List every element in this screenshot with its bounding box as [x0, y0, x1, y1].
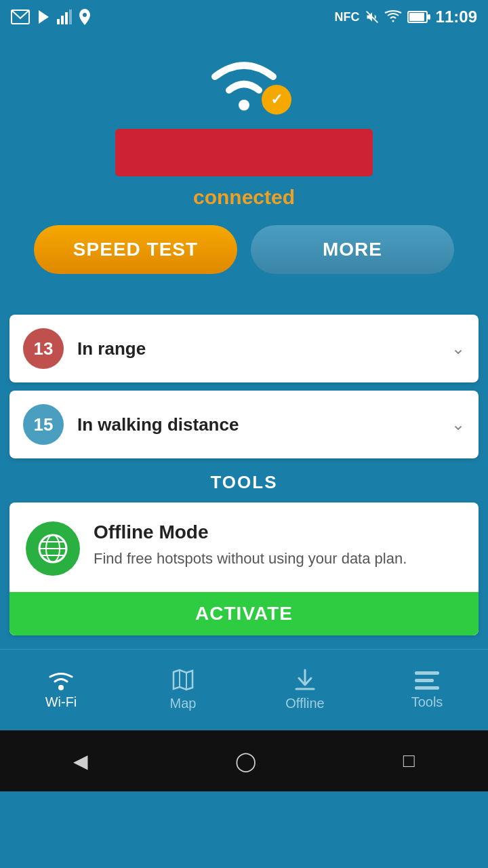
svg-rect-3 — [61, 16, 64, 24]
system-nav-bar: ◀ ◯ □ — [0, 730, 488, 791]
nav-item-offline[interactable]: Offline — [244, 650, 366, 730]
nfc-icon: NFC — [335, 10, 360, 24]
wifi-nav-icon — [48, 670, 74, 690]
nav-label-offline: Offline — [285, 696, 324, 711]
svg-point-17 — [58, 685, 64, 690]
tools-header: TOOLS — [0, 472, 488, 493]
in-range-chevron-icon: ⌄ — [451, 339, 465, 358]
walking-distance-label: In walking distance — [77, 414, 451, 435]
nav-label-tools: Tools — [411, 694, 443, 710]
nav-item-map[interactable]: Map — [122, 650, 244, 730]
mute-icon — [365, 9, 379, 24]
activate-button[interactable]: ACTIVATE — [9, 592, 479, 635]
connected-checkmark: ✓ — [262, 85, 291, 115]
wifi-connected-icon: ✓ — [200, 47, 288, 118]
in-walking-distance-card[interactable]: 15 In walking distance ⌄ — [9, 391, 479, 458]
offline-mode-card: Offline Mode Find free hotspots without … — [9, 502, 479, 635]
nav-label-map: Map — [170, 696, 197, 711]
svg-rect-21 — [415, 671, 439, 675]
svg-rect-4 — [65, 12, 68, 24]
mail-icon — [11, 9, 30, 24]
tools-nav-icon — [415, 670, 439, 690]
speed-test-button[interactable]: SPEED TEST — [34, 225, 237, 274]
signal-icon — [57, 9, 72, 24]
svg-rect-10 — [428, 14, 430, 20]
svg-rect-22 — [415, 679, 434, 682]
globe-icon — [36, 532, 70, 566]
status-time: 11:09 — [436, 7, 477, 26]
svg-rect-5 — [69, 9, 72, 24]
svg-point-11 — [239, 100, 249, 111]
recents-button[interactable]: □ — [403, 750, 415, 772]
wifi-status-icon — [384, 10, 402, 24]
status-bar-left-icons — [11, 9, 91, 25]
offline-mode-title: Offline Mode — [94, 521, 462, 543]
location-icon — [79, 9, 91, 25]
offline-mode-description: Find free hotspots without using your da… — [94, 549, 462, 570]
map-nav-icon — [171, 669, 195, 692]
svg-rect-23 — [415, 686, 439, 690]
offline-nav-icon — [293, 669, 317, 692]
network-name-bar — [115, 129, 373, 176]
status-bar: NFC 11:09 — [0, 0, 488, 34]
tools-section: TOOLS Offline Mode Find free hotspots wi… — [0, 472, 488, 635]
svg-rect-9 — [409, 13, 424, 21]
walking-distance-badge: 15 — [23, 404, 64, 445]
walking-distance-chevron-icon: ⌄ — [451, 415, 465, 434]
bottom-navigation: Wi-Fi Map Offline Tools — [0, 649, 488, 730]
home-button[interactable]: ◯ — [235, 750, 256, 772]
in-range-badge: 13 — [23, 328, 64, 369]
nav-item-wifi[interactable]: Wi-Fi — [0, 650, 122, 730]
offline-mode-icon-circle — [26, 521, 80, 576]
battery-icon — [407, 11, 430, 23]
network-list-section: 13 In range ⌄ 15 In walking distance ⌄ — [0, 315, 488, 458]
action-buttons: SPEED TEST MORE — [20, 225, 468, 274]
nav-item-tools[interactable]: Tools — [366, 650, 488, 730]
in-range-label: In range — [77, 338, 451, 359]
svg-point-6 — [83, 13, 87, 17]
nav-label-wifi: Wi-Fi — [45, 694, 77, 710]
more-button[interactable]: MORE — [251, 225, 454, 274]
status-bar-right-icons: NFC 11:09 — [335, 7, 477, 26]
offline-mode-content: Offline Mode Find free hotspots without … — [26, 521, 462, 576]
play-icon — [37, 9, 50, 24]
connected-status: connected — [193, 186, 295, 209]
main-content: ✓ connected SPEED TEST MORE — [0, 34, 488, 315]
in-range-card[interactable]: 13 In range ⌄ — [9, 315, 479, 382]
svg-marker-1 — [39, 10, 49, 24]
svg-rect-2 — [57, 19, 60, 24]
back-button[interactable]: ◀ — [73, 750, 88, 772]
offline-mode-text: Offline Mode Find free hotspots without … — [94, 521, 462, 570]
